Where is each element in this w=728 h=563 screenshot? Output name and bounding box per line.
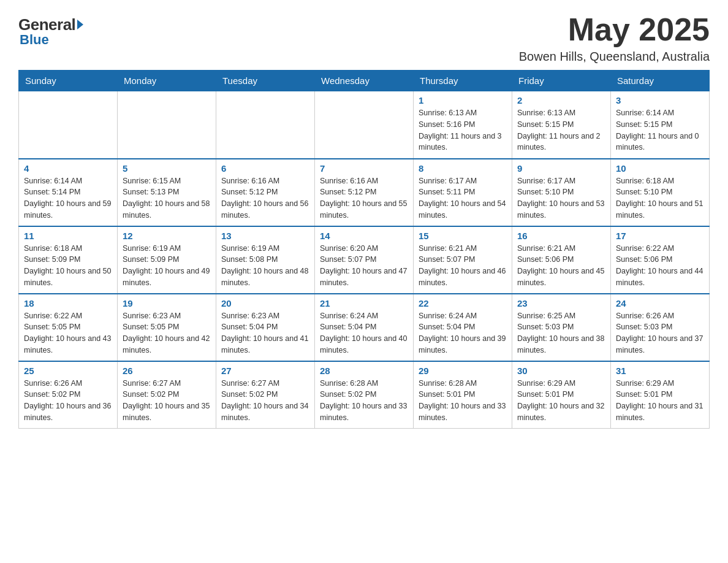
weekday-header-friday: Friday: [512, 71, 611, 91]
day-info: Sunrise: 6:24 AM Sunset: 5:04 PM Dayligh…: [320, 310, 408, 356]
calendar-cell: 28Sunrise: 6:28 AM Sunset: 5:02 PM Dayli…: [315, 361, 414, 429]
calendar-cell: 21Sunrise: 6:24 AM Sunset: 5:04 PM Dayli…: [315, 294, 414, 361]
day-number: 12: [123, 231, 211, 241]
calendar-cell: 11Sunrise: 6:18 AM Sunset: 5:09 PM Dayli…: [19, 226, 118, 294]
calendar-cell: 19Sunrise: 6:23 AM Sunset: 5:05 PM Dayli…: [118, 294, 216, 361]
day-number: 9: [517, 163, 605, 174]
calendar-cell: 2Sunrise: 6:13 AM Sunset: 5:15 PM Daylig…: [512, 91, 611, 159]
calendar-cell: 15Sunrise: 6:21 AM Sunset: 5:07 PM Dayli…: [414, 226, 512, 294]
day-number: 30: [517, 366, 605, 376]
weekday-header-saturday: Saturday: [611, 71, 710, 91]
day-number: 26: [123, 366, 211, 376]
day-number: 27: [221, 366, 309, 376]
day-info: Sunrise: 6:20 AM Sunset: 5:07 PM Dayligh…: [320, 243, 408, 289]
weekday-header-wednesday: Wednesday: [315, 71, 414, 91]
day-info: Sunrise: 6:19 AM Sunset: 5:09 PM Dayligh…: [123, 243, 211, 289]
calendar-week-row: 4Sunrise: 6:14 AM Sunset: 5:14 PM Daylig…: [19, 159, 710, 226]
day-number: 22: [419, 298, 507, 308]
day-number: 15: [419, 231, 507, 241]
calendar-cell: 18Sunrise: 6:22 AM Sunset: 5:05 PM Dayli…: [19, 294, 118, 361]
month-year-title: May 2025: [519, 12, 710, 47]
weekday-header-monday: Monday: [118, 71, 216, 91]
weekday-header-thursday: Thursday: [414, 71, 512, 91]
calendar-cell: 22Sunrise: 6:24 AM Sunset: 5:04 PM Dayli…: [414, 294, 512, 361]
day-info: Sunrise: 6:27 AM Sunset: 5:02 PM Dayligh…: [123, 378, 211, 424]
calendar-cell: 24Sunrise: 6:26 AM Sunset: 5:03 PM Dayli…: [611, 294, 710, 361]
logo: General Blue: [18, 12, 83, 48]
day-info: Sunrise: 6:19 AM Sunset: 5:08 PM Dayligh…: [221, 243, 309, 289]
calendar-cell: [19, 91, 118, 159]
day-number: 31: [616, 366, 704, 376]
day-number: 20: [221, 298, 309, 308]
calendar-table: SundayMondayTuesdayWednesdayThursdayFrid…: [18, 70, 710, 429]
day-info: Sunrise: 6:18 AM Sunset: 5:09 PM Dayligh…: [24, 243, 112, 289]
day-info: Sunrise: 6:29 AM Sunset: 5:01 PM Dayligh…: [616, 378, 704, 424]
calendar-week-row: 11Sunrise: 6:18 AM Sunset: 5:09 PM Dayli…: [19, 226, 710, 294]
day-number: 10: [616, 163, 704, 174]
calendar-week-row: 18Sunrise: 6:22 AM Sunset: 5:05 PM Dayli…: [19, 294, 710, 361]
day-info: Sunrise: 6:29 AM Sunset: 5:01 PM Dayligh…: [517, 378, 605, 424]
day-info: Sunrise: 6:17 AM Sunset: 5:11 PM Dayligh…: [419, 175, 507, 221]
day-info: Sunrise: 6:26 AM Sunset: 5:02 PM Dayligh…: [24, 378, 112, 424]
calendar-cell: [118, 91, 216, 159]
calendar-cell: 31Sunrise: 6:29 AM Sunset: 5:01 PM Dayli…: [611, 361, 710, 429]
calendar-cell: 26Sunrise: 6:27 AM Sunset: 5:02 PM Dayli…: [118, 361, 216, 429]
calendar-cell: 17Sunrise: 6:22 AM Sunset: 5:06 PM Dayli…: [611, 226, 710, 294]
calendar-cell: 30Sunrise: 6:29 AM Sunset: 5:01 PM Dayli…: [512, 361, 611, 429]
day-number: 4: [24, 163, 112, 174]
calendar-cell: 3Sunrise: 6:14 AM Sunset: 5:15 PM Daylig…: [611, 91, 710, 159]
weekday-header-sunday: Sunday: [19, 71, 118, 91]
calendar-cell: [315, 91, 414, 159]
day-number: 8: [419, 163, 507, 174]
page-header: General Blue May 2025 Bowen Hills, Queen…: [18, 12, 710, 64]
calendar-cell: 6Sunrise: 6:16 AM Sunset: 5:12 PM Daylig…: [216, 159, 315, 226]
day-info: Sunrise: 6:23 AM Sunset: 5:05 PM Dayligh…: [123, 310, 211, 356]
day-number: 5: [123, 163, 211, 174]
day-number: 23: [517, 298, 605, 308]
calendar-cell: 10Sunrise: 6:18 AM Sunset: 5:10 PM Dayli…: [611, 159, 710, 226]
day-number: 3: [616, 95, 704, 105]
day-info: Sunrise: 6:26 AM Sunset: 5:03 PM Dayligh…: [616, 310, 704, 356]
day-number: 19: [123, 298, 211, 308]
day-number: 13: [221, 231, 309, 241]
day-number: 18: [24, 298, 112, 308]
calendar-cell: 7Sunrise: 6:16 AM Sunset: 5:12 PM Daylig…: [315, 159, 414, 226]
calendar-cell: 4Sunrise: 6:14 AM Sunset: 5:14 PM Daylig…: [19, 159, 118, 226]
day-info: Sunrise: 6:17 AM Sunset: 5:10 PM Dayligh…: [517, 175, 605, 221]
day-info: Sunrise: 6:24 AM Sunset: 5:04 PM Dayligh…: [419, 310, 507, 356]
day-number: 2: [517, 95, 605, 105]
day-info: Sunrise: 6:25 AM Sunset: 5:03 PM Dayligh…: [517, 310, 605, 356]
day-number: 25: [24, 366, 112, 376]
calendar-cell: [216, 91, 315, 159]
day-number: 21: [320, 298, 408, 308]
day-info: Sunrise: 6:21 AM Sunset: 5:06 PM Dayligh…: [517, 243, 605, 289]
calendar-cell: 1Sunrise: 6:13 AM Sunset: 5:16 PM Daylig…: [414, 91, 512, 159]
calendar-cell: 16Sunrise: 6:21 AM Sunset: 5:06 PM Dayli…: [512, 226, 611, 294]
calendar-cell: 9Sunrise: 6:17 AM Sunset: 5:10 PM Daylig…: [512, 159, 611, 226]
logo-blue-text: Blue: [20, 32, 49, 48]
day-info: Sunrise: 6:18 AM Sunset: 5:10 PM Dayligh…: [616, 175, 704, 221]
location-title: Bowen Hills, Queensland, Australia: [519, 50, 710, 64]
calendar-cell: 5Sunrise: 6:15 AM Sunset: 5:13 PM Daylig…: [118, 159, 216, 226]
day-number: 1: [419, 95, 507, 105]
calendar-cell: 25Sunrise: 6:26 AM Sunset: 5:02 PM Dayli…: [19, 361, 118, 429]
day-number: 6: [221, 163, 309, 174]
day-number: 14: [320, 231, 408, 241]
day-info: Sunrise: 6:22 AM Sunset: 5:05 PM Dayligh…: [24, 310, 112, 356]
calendar-cell: 8Sunrise: 6:17 AM Sunset: 5:11 PM Daylig…: [414, 159, 512, 226]
day-info: Sunrise: 6:13 AM Sunset: 5:16 PM Dayligh…: [419, 107, 507, 153]
day-info: Sunrise: 6:27 AM Sunset: 5:02 PM Dayligh…: [221, 378, 309, 424]
day-info: Sunrise: 6:13 AM Sunset: 5:15 PM Dayligh…: [517, 107, 605, 153]
day-info: Sunrise: 6:16 AM Sunset: 5:12 PM Dayligh…: [320, 175, 408, 221]
day-info: Sunrise: 6:28 AM Sunset: 5:01 PM Dayligh…: [419, 378, 507, 424]
day-info: Sunrise: 6:14 AM Sunset: 5:15 PM Dayligh…: [616, 107, 704, 153]
title-block: May 2025 Bowen Hills, Queensland, Austra…: [519, 12, 710, 64]
day-info: Sunrise: 6:16 AM Sunset: 5:12 PM Dayligh…: [221, 175, 309, 221]
day-info: Sunrise: 6:14 AM Sunset: 5:14 PM Dayligh…: [24, 175, 112, 221]
calendar-week-row: 25Sunrise: 6:26 AM Sunset: 5:02 PM Dayli…: [19, 361, 710, 429]
day-info: Sunrise: 6:15 AM Sunset: 5:13 PM Dayligh…: [123, 175, 211, 221]
logo-arrow-icon: [77, 20, 83, 29]
calendar-week-row: 1Sunrise: 6:13 AM Sunset: 5:16 PM Daylig…: [19, 91, 710, 159]
day-info: Sunrise: 6:28 AM Sunset: 5:02 PM Dayligh…: [320, 378, 408, 424]
day-number: 17: [616, 231, 704, 241]
